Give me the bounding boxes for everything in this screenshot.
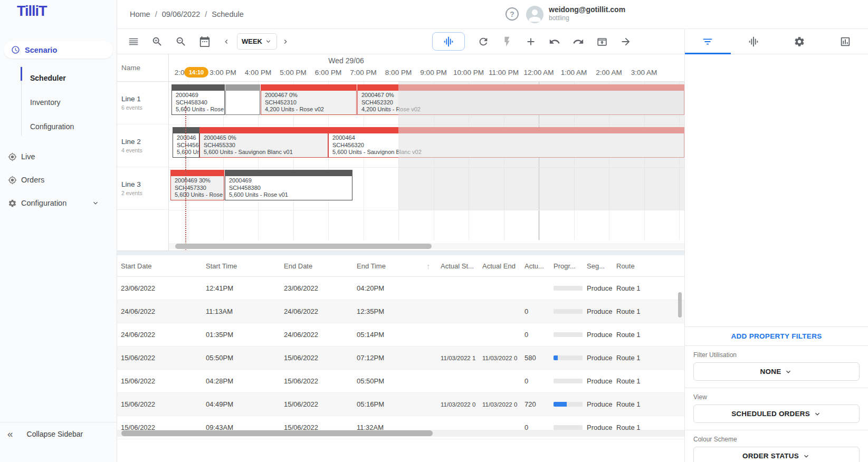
sidebar-item-label: Live (21, 152, 35, 161)
archive-icon[interactable] (596, 35, 608, 48)
clock-icon (11, 45, 20, 54)
gantt-bar-text: 5,600 Units - Sauvignon Blanc v01 (204, 149, 328, 156)
table-row[interactable]: 15/06/202204:49PM15/06/202205:16PM11/03/… (117, 393, 684, 416)
sidebar-item-configuration[interactable]: Configuration (0, 191, 117, 215)
column-header[interactable]: Start Time (206, 262, 284, 270)
undo-icon[interactable] (548, 35, 561, 48)
filter-group: Filter UtilisationNONE (685, 346, 868, 388)
gantt-bar-body: 2000467 0%SCH4523104,200 Units - Rose v0… (261, 91, 357, 115)
table-row[interactable]: 15/06/202205:50PM15/06/202207:12PM11/03/… (117, 346, 684, 370)
waveform-view-button[interactable] (432, 32, 465, 51)
user-info[interactable]: weidong@gotillit.com bottling (549, 5, 625, 22)
gantt-bar-body (225, 91, 260, 115)
gantt-bar-text: SCH458380 (229, 185, 352, 192)
gantt-row-label[interactable]: Line 16 events (117, 82, 168, 124)
week-dropdown[interactable]: WEEK (237, 33, 277, 50)
sidebar-item-scheduler[interactable]: Scheduler (30, 66, 117, 90)
avatar[interactable] (526, 6, 543, 23)
bar-chart-icon (840, 36, 851, 47)
sidebar-item-label: Scenario (25, 46, 57, 54)
gear-icon (8, 199, 17, 208)
tab-analytics[interactable] (822, 29, 868, 54)
chevron-down-icon (91, 199, 100, 207)
table-cell: 15/06/2022 (284, 377, 357, 385)
table-cell: 05:50PM (206, 354, 284, 362)
gantt-bar[interactable]: 2000467 0%SCH4523104,200 Units - Rose v0… (261, 84, 357, 115)
column-header[interactable]: Actu... (524, 262, 554, 270)
sidebar-item-inventory[interactable]: Inventory (30, 90, 117, 114)
week-dropdown-label: WEEK (242, 37, 262, 45)
gantt-bar[interactable]: 2000465 0%SCH4553305,600 Units - Sauvign… (199, 127, 328, 158)
table-cell: 24/06/2022 (284, 331, 357, 339)
gantt-bar[interactable]: 2000469 30%SCH4573305,600 Units - Rose (170, 170, 224, 200)
gantt-bar[interactable]: 2000469SCH4583405,600 Units - Rose (171, 84, 225, 115)
user-org: bottling (549, 14, 625, 22)
gantt-bar-text: SCH452310 (265, 99, 356, 107)
gantt-time-header: Wed 29/06 2:00 PM3:00 PM4:00 PM5:00 PM6:… (169, 54, 684, 82)
column-header[interactable]: Actual End (482, 262, 524, 270)
table-cell: 11/03/2022 0 (482, 401, 524, 408)
column-header[interactable]: Seg... (587, 262, 616, 270)
table-row[interactable]: 15/06/202204:28PM15/06/202205:50PM0Produ… (117, 370, 684, 393)
redo-icon[interactable] (572, 35, 585, 48)
breadcrumb-date[interactable]: 09/06/2022 (162, 10, 201, 18)
help-icon[interactable]: ? (505, 7, 519, 21)
calendar-icon[interactable] (198, 35, 211, 48)
gantt-row-label[interactable]: Line 32 events (117, 167, 168, 210)
collapse-sidebar-label: Collapse Sidebar (27, 428, 83, 440)
zoom-in-icon[interactable] (151, 35, 164, 48)
gantt-horizontal-scrollbar (169, 243, 684, 249)
chevron-right-icon[interactable] (281, 35, 290, 48)
column-header[interactable]: Start Date (121, 262, 206, 270)
scrollbar-thumb[interactable] (121, 430, 433, 436)
gantt-bar-text: SCH458340 (176, 99, 224, 107)
table-row[interactable]: 23/06/202212:41PM23/06/202204:20PMProduc… (117, 277, 684, 300)
hour-label: 6:00 PM (315, 69, 341, 76)
arrow-right-icon[interactable] (619, 35, 632, 48)
gantt-bar-header (170, 170, 224, 176)
sidebar-item-orders[interactable]: Orders (0, 168, 117, 191)
tab-settings[interactable] (777, 29, 823, 54)
scrollbar-thumb[interactable] (175, 244, 432, 249)
column-header[interactable]: Route (616, 262, 648, 270)
gantt-row-label[interactable]: Line 24 events (117, 124, 168, 167)
filter-dropdown[interactable]: NONE (693, 362, 860, 381)
table-row[interactable]: 24/06/202211:13AM24/06/202212:35PM0Produ… (117, 300, 684, 323)
sidebar-item-live[interactable]: Live (0, 145, 117, 168)
chevron-left-icon[interactable] (222, 35, 231, 48)
gantt-bar[interactable]: 2000469SCH4583805,600 Units - Rose v01 (225, 170, 352, 200)
tab-filters[interactable] (685, 29, 731, 54)
add-icon[interactable] (524, 35, 537, 48)
column-header[interactable]: End Time (357, 262, 426, 270)
filter-dropdown[interactable]: SCHEDULED ORDERS (693, 405, 860, 423)
column-header[interactable]: Actual St... (441, 262, 482, 270)
hour-label: 3:00 PM (209, 69, 236, 76)
add-property-filters-button[interactable]: ADD PROPERTY FILTERS (685, 326, 868, 346)
bolt-icon[interactable] (501, 35, 513, 48)
gantt-bar[interactable] (225, 84, 260, 115)
column-header[interactable]: Progr... (554, 262, 587, 270)
table-row[interactable]: 24/06/202201:35PM24/06/202205:14PM0Produ… (117, 323, 684, 346)
progress-cell (554, 355, 587, 360)
sidebar-item-label: Configuration (21, 199, 66, 207)
sort-indicator[interactable]: ↑ (426, 262, 441, 271)
refresh-icon[interactable] (477, 35, 490, 48)
collapse-sidebar-button[interactable]: « Collapse Sidebar (0, 422, 117, 462)
filter-dropdown[interactable]: ORDER STATUS (693, 447, 860, 462)
breadcrumb-home[interactable]: Home (130, 10, 150, 18)
filter-label: View (693, 393, 860, 401)
table-cell: 24/06/2022 (121, 331, 206, 339)
table-vertical-scrollbar[interactable] (678, 292, 682, 317)
segment-cell: Produce (587, 307, 616, 315)
sidebar-item-scenario[interactable]: Scenario (4, 41, 113, 59)
menu-icon[interactable] (127, 35, 140, 48)
gantt-bar-text: 2000465 0% (204, 134, 328, 142)
route-cell: Route 1 (616, 284, 648, 292)
chevron-down-icon (802, 452, 810, 460)
tab-waveform[interactable] (731, 29, 777, 54)
sidebar-item-configuration-sub[interactable]: Configuration (30, 114, 117, 139)
hour-label: 3:00 AM (631, 69, 657, 76)
zoom-out-icon[interactable] (175, 35, 187, 48)
column-header[interactable]: End Date (284, 262, 357, 270)
waveform-icon (443, 36, 454, 47)
